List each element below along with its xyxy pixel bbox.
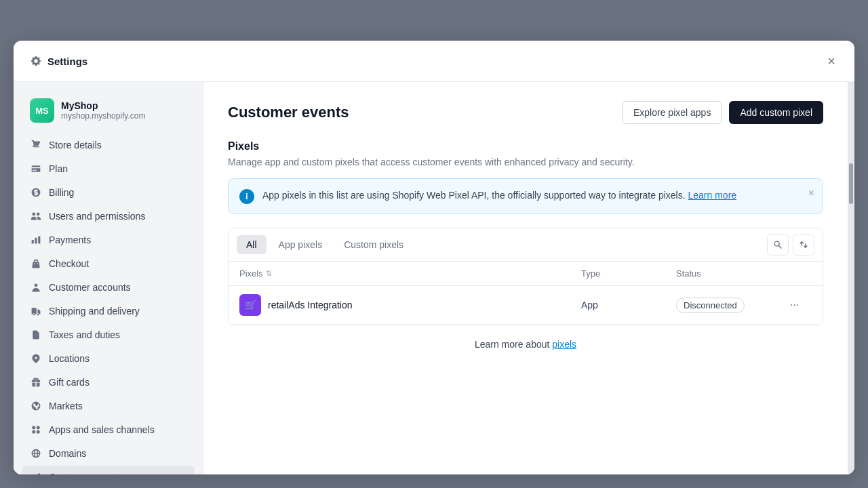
modal-title-group: Settings bbox=[30, 55, 87, 67]
scroll-thumb bbox=[849, 163, 853, 204]
pixel-status-cell: Disconnected bbox=[676, 298, 785, 313]
pixels-section-title: Pixels bbox=[228, 140, 823, 152]
store-icon bbox=[30, 139, 42, 151]
sidebar-item-label: Customer accounts bbox=[49, 282, 131, 293]
header-actions: Explore pixel apps Add custom pixel bbox=[622, 101, 823, 124]
sidebar-item-label: Markets bbox=[49, 401, 83, 411]
sidebar-item-label: Billing bbox=[49, 187, 74, 198]
modal-header: Settings × bbox=[14, 41, 854, 82]
sidebar-item-billing[interactable]: Billing bbox=[22, 181, 195, 204]
sidebar-item-taxes-duties[interactable]: Taxes and duties bbox=[22, 323, 195, 346]
table-row: 🛒 retailAds Integration App Disconnected… bbox=[229, 286, 823, 325]
banner-text: App pixels in this list are using Shopif… bbox=[262, 188, 736, 203]
pixels-sort-icon: ⇅ bbox=[266, 269, 272, 278]
tab-custom-pixels[interactable]: Custom pixels bbox=[334, 235, 413, 254]
learn-more-pixels-link[interactable]: pixels bbox=[552, 339, 576, 350]
pixels-section-desc: Manage app and custom pixels that access… bbox=[228, 157, 823, 167]
main-content: Customer events Explore pixel apps Add c… bbox=[203, 82, 848, 474]
sidebar-item-shipping-delivery[interactable]: Shipping and delivery bbox=[22, 300, 195, 323]
modal-close-button[interactable]: × bbox=[825, 52, 838, 70]
sidebar-item-customer-accounts[interactable]: Customer accounts bbox=[22, 276, 195, 299]
sidebar-item-users-permissions[interactable]: Users and permissions bbox=[22, 205, 195, 228]
scroll-track bbox=[848, 82, 854, 474]
banner-close-button[interactable]: × bbox=[808, 187, 814, 199]
search-icon bbox=[773, 240, 783, 249]
payments-icon bbox=[30, 234, 42, 246]
sort-button[interactable] bbox=[793, 234, 814, 256]
sidebar-item-label: Taxes and duties bbox=[49, 329, 120, 340]
pixel-app-icon: 🛒 bbox=[239, 294, 261, 316]
sidebar-item-label: Payments bbox=[49, 235, 91, 245]
page-title: Customer events bbox=[228, 104, 349, 121]
store-name: MyShop bbox=[61, 100, 145, 111]
sidebar-item-markets[interactable]: Markets bbox=[22, 394, 195, 418]
users-icon bbox=[30, 210, 42, 222]
apps-icon bbox=[30, 424, 42, 436]
col-pixels-header[interactable]: Pixels ⇅ bbox=[239, 268, 581, 279]
search-button[interactable] bbox=[767, 234, 789, 256]
sidebar-item-label: Users and permissions bbox=[49, 211, 145, 222]
info-icon: i bbox=[239, 189, 254, 204]
sidebar-item-label: Shipping and delivery bbox=[49, 306, 140, 317]
explore-pixel-apps-button[interactable]: Explore pixel apps bbox=[622, 101, 722, 124]
sidebar-item-plan[interactable]: Plan bbox=[22, 157, 195, 180]
content-header: Customer events Explore pixel apps Add c… bbox=[228, 101, 823, 124]
pixel-info: 🛒 retailAds Integration bbox=[239, 294, 581, 316]
sidebar-item-checkout[interactable]: Checkout bbox=[22, 252, 195, 275]
pixel-type: App bbox=[581, 300, 676, 310]
events-icon bbox=[30, 471, 42, 474]
pixel-more-actions: ··· bbox=[785, 296, 812, 314]
tab-all[interactable]: All bbox=[237, 235, 267, 254]
status-badge: Disconnected bbox=[676, 298, 745, 313]
sidebar-item-apps-sales-channels[interactable]: Apps and sales channels bbox=[22, 418, 195, 441]
tab-actions bbox=[767, 234, 814, 256]
sidebar-item-domains[interactable]: Domains bbox=[22, 442, 195, 465]
store-details: MyShop myshop.myshopify.com bbox=[61, 100, 145, 121]
sidebar-item-label: Gift cards bbox=[49, 377, 90, 388]
pixel-name: retailAds Integration bbox=[268, 300, 353, 310]
sidebar-item-label: Store details bbox=[49, 140, 102, 150]
shipping-icon bbox=[30, 305, 42, 317]
store-avatar: MS bbox=[30, 98, 54, 123]
gift-icon bbox=[30, 376, 42, 388]
sidebar-item-label: Checkout bbox=[49, 258, 89, 269]
pixels-section: Pixels Manage app and custom pixels that… bbox=[228, 140, 823, 363]
sidebar-item-label: Customer events bbox=[49, 472, 121, 474]
locations-icon bbox=[30, 352, 42, 365]
learn-more: Learn more about pixels bbox=[228, 325, 823, 363]
sidebar-item-gift-cards[interactable]: Gift cards bbox=[22, 371, 195, 394]
sidebar: MS MyShop myshop.myshopify.com Store det… bbox=[14, 82, 203, 474]
sidebar-item-label: Locations bbox=[49, 353, 90, 364]
add-custom-pixel-button[interactable]: Add custom pixel bbox=[729, 101, 823, 124]
info-banner: i App pixels in this list are using Shop… bbox=[228, 178, 823, 214]
tabs-container: All App pixels Custom pixels bbox=[228, 228, 823, 325]
sidebar-item-label: Plan bbox=[49, 163, 68, 174]
domains-icon bbox=[30, 447, 42, 460]
sidebar-item-customer-events[interactable]: Customer events bbox=[22, 466, 195, 474]
sidebar-item-locations[interactable]: Locations bbox=[22, 347, 195, 370]
billing-icon bbox=[30, 186, 42, 199]
banner-learn-more-link[interactable]: Learn more bbox=[688, 190, 736, 201]
sidebar-item-store-details[interactable]: Store details bbox=[22, 134, 195, 157]
store-info: MS MyShop myshop.myshopify.com bbox=[22, 93, 195, 128]
modal-title: Settings bbox=[47, 56, 87, 67]
settings-icon bbox=[30, 55, 42, 67]
plan-icon bbox=[30, 163, 42, 175]
taxes-icon bbox=[30, 329, 42, 341]
tabs-header: All App pixels Custom pixels bbox=[229, 228, 823, 262]
checkout-icon bbox=[30, 258, 42, 270]
store-url: myshop.myshopify.com bbox=[61, 111, 145, 121]
customer-accounts-icon bbox=[30, 281, 42, 293]
sidebar-item-label: Apps and sales channels bbox=[49, 424, 155, 435]
markets-icon bbox=[30, 400, 42, 412]
col-type-header: Type bbox=[581, 268, 676, 279]
sidebar-item-label: Domains bbox=[49, 448, 86, 459]
modal-body: MS MyShop myshop.myshopify.com Store det… bbox=[14, 82, 854, 474]
sort-icon bbox=[799, 240, 808, 249]
sidebar-item-payments[interactable]: Payments bbox=[22, 228, 195, 251]
more-options-button[interactable]: ··· bbox=[785, 296, 804, 314]
table-header: Pixels ⇅ Type Status bbox=[229, 262, 823, 286]
tab-app-pixels[interactable]: App pixels bbox=[269, 235, 332, 254]
col-status-header: Status bbox=[676, 268, 785, 279]
